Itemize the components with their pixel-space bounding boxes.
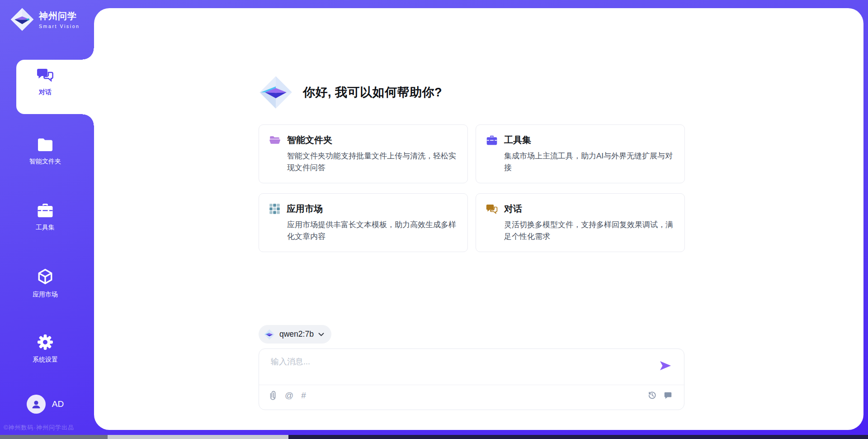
sidebar-item-settings[interactable]: 系统设置 bbox=[0, 334, 90, 364]
card-title: 应用市场 bbox=[287, 203, 323, 215]
at-icon[interactable]: @ bbox=[285, 391, 293, 400]
tab-curve-bottom bbox=[83, 114, 94, 125]
sidebar-item-label: 工具集 bbox=[0, 224, 90, 232]
sidebar-item-toolset[interactable]: 工具集 bbox=[0, 203, 90, 232]
brand-diamond-icon bbox=[264, 329, 275, 340]
briefcase-icon bbox=[37, 203, 54, 218]
folder-open-icon bbox=[269, 134, 281, 146]
avatar bbox=[27, 395, 46, 414]
card-title: 工具集 bbox=[504, 134, 531, 146]
greeting-title: 你好, 我可以如何帮助你? bbox=[303, 84, 442, 100]
card-chat[interactable]: 对话 灵活切换多模型文件，支持多样回复效果调试，满足个性化需求 bbox=[476, 193, 685, 252]
paperclip-icon[interactable] bbox=[270, 391, 277, 400]
card-description: 智能文件夹功能支持批量文件上传与清洗，轻松实现文件问答 bbox=[287, 150, 458, 174]
card-description: 集成市场上主流工具，助力AI与外界无缝扩展与对接 bbox=[504, 150, 675, 174]
card-title: 智能文件夹 bbox=[287, 134, 332, 146]
history-icon[interactable] bbox=[647, 391, 657, 400]
gear-icon bbox=[37, 334, 53, 350]
message-composer: @ # bbox=[259, 348, 684, 410]
sidebar-item-label: 应用市场 bbox=[0, 291, 90, 299]
chat-icon bbox=[36, 67, 54, 83]
brand-name: 神州问学 bbox=[39, 10, 80, 22]
feature-cards: 智能文件夹 智能文件夹功能支持批量文件上传与清洗，轻松实现文件问答 工具集 集成… bbox=[259, 124, 685, 252]
scrollbar-thumb[interactable] bbox=[108, 435, 288, 439]
sidebar-item-chat[interactable]: 对话 bbox=[16, 67, 74, 96]
grid-icon bbox=[269, 203, 280, 215]
app-window: 神州问学 Smart Vision 对话 智能文件夹 工具集 bbox=[0, 0, 868, 439]
brand-subtitle: Smart Vision bbox=[39, 24, 80, 29]
brand-logo: 神州问学 Smart Vision bbox=[10, 7, 80, 32]
scrollbar-segment bbox=[0, 435, 108, 439]
cube-icon bbox=[37, 268, 54, 285]
briefcase-icon bbox=[486, 134, 498, 146]
bottom-scrollbar[interactable] bbox=[0, 435, 868, 439]
send-button[interactable] bbox=[660, 361, 671, 372]
card-smart-folder[interactable]: 智能文件夹 智能文件夹功能支持批量文件上传与清洗，轻松实现文件问答 bbox=[259, 124, 468, 183]
sidebar-item-market[interactable]: 应用市场 bbox=[0, 268, 90, 299]
sidebar-item-label: 智能文件夹 bbox=[0, 157, 90, 166]
hash-icon[interactable]: # bbox=[301, 391, 306, 400]
composer-toolbar: @ # bbox=[270, 391, 672, 400]
card-description: 灵活切换多模型文件，支持多样回复效果调试，满足个性化需求 bbox=[504, 219, 675, 243]
user-account[interactable]: AD bbox=[0, 395, 90, 414]
comment-icon[interactable] bbox=[664, 391, 672, 400]
main-content-panel: 你好, 我可以如何帮助你? 智能文件夹 智能文件夹功能支持批量文件上传与清洗，轻… bbox=[94, 8, 863, 430]
card-title: 对话 bbox=[504, 203, 522, 215]
sidebar-item-label: 系统设置 bbox=[0, 356, 90, 364]
chevron-down-icon bbox=[318, 333, 324, 336]
card-toolset[interactable]: 工具集 集成市场上主流工具，助力AI与外界无缝扩展与对接 bbox=[476, 124, 685, 183]
person-icon bbox=[30, 398, 42, 410]
card-description: 应用市场提供丰富长文本模板，助力高效生成多样化文章内容 bbox=[287, 219, 458, 243]
tab-curve-top bbox=[83, 48, 94, 60]
copyright-footer: ©神州数码·神州问学出品 bbox=[4, 424, 74, 432]
sidebar-item-folders[interactable]: 智能文件夹 bbox=[0, 138, 90, 166]
composer-divider bbox=[259, 385, 684, 385]
brand-diamond-icon bbox=[259, 75, 293, 110]
sidebar-item-label: 对话 bbox=[16, 88, 74, 96]
model-selector[interactable]: qwen2:7b bbox=[259, 325, 331, 344]
card-app-market[interactable]: 应用市场 应用市场提供丰富长文本模板，助力高效生成多样化文章内容 bbox=[259, 193, 468, 252]
folder-icon bbox=[37, 138, 54, 152]
send-icon bbox=[660, 361, 671, 371]
user-initials: AD bbox=[52, 399, 64, 409]
chat-bubbles-icon bbox=[486, 204, 498, 215]
model-name: qwen2:7b bbox=[279, 329, 314, 339]
message-input[interactable] bbox=[270, 355, 638, 382]
greeting-section: 你好, 我可以如何帮助你? bbox=[259, 75, 442, 110]
brand-diamond-icon bbox=[10, 7, 34, 32]
